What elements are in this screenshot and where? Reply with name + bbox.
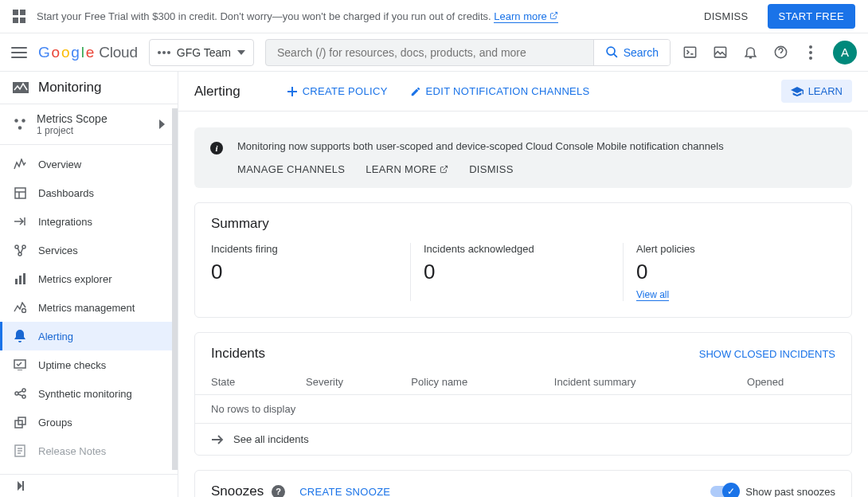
page-title: Alerting <box>194 84 240 100</box>
services-icon <box>13 243 27 257</box>
scope-icon <box>13 117 27 131</box>
sidebar-item-synthetic-monitoring[interactable]: Synthetic monitoring <box>0 379 178 408</box>
info-banner: i Monitoring now supports both user-scop… <box>194 127 852 188</box>
chevron-down-icon <box>237 50 245 55</box>
metrics-explorer-icon <box>13 272 27 286</box>
view-all-policies-link[interactable]: View all <box>636 289 669 301</box>
snoozes-card: Snoozes ? CREATE SNOOZE ✓ Show past snoo… <box>194 470 852 497</box>
search-icon <box>605 45 619 59</box>
manage-channels-button[interactable]: MANAGE CHANNELS <box>237 163 345 175</box>
promo-bar: Start your Free Trial with $300 in credi… <box>0 0 868 33</box>
snoozes-help-icon[interactable]: ? <box>272 485 285 498</box>
col-opened[interactable]: Opened <box>747 370 851 395</box>
bell-icon[interactable] <box>742 45 758 61</box>
sidebar-item-overview[interactable]: Overview <box>0 150 178 178</box>
svg-rect-1 <box>684 47 695 57</box>
svg-point-10 <box>18 126 22 130</box>
search-button[interactable]: Search <box>593 40 670 65</box>
banner-learn-more-button[interactable]: LEARN MORE <box>366 163 448 175</box>
avatar[interactable]: A <box>833 41 857 65</box>
learn-icon <box>791 87 803 96</box>
svg-rect-16 <box>19 276 22 284</box>
pencil-icon <box>410 86 421 97</box>
sidebar-title: Monitoring <box>0 72 178 104</box>
svg-point-8 <box>14 119 18 123</box>
bell-icon <box>13 329 27 343</box>
sidebar-item-metrics-management[interactable]: Metrics management <box>0 293 178 322</box>
summary-card: Summary Incidents firing 0 Incidents ack… <box>194 202 852 318</box>
incidents-table: State Severity Policy name Incident summ… <box>195 370 851 424</box>
snoozes-title: Snoozes <box>211 483 264 497</box>
create-policy-button[interactable]: CREATE POLICY <box>287 85 388 97</box>
sidebar-item-uptime-checks[interactable]: Uptime checks <box>0 350 178 379</box>
sidebar-item-integrations[interactable]: Integrations <box>0 207 178 236</box>
chevron-right-icon <box>159 119 165 129</box>
incidents-acknowledged-stat: Incidents acknowledged 0 <box>410 243 623 301</box>
cloud-shell-icon[interactable] <box>682 45 698 61</box>
summary-title: Summary <box>211 216 835 232</box>
sidebar-item-alerting[interactable]: Alerting <box>0 322 178 350</box>
top-bar: GoogleCloud GFG Team Search A <box>0 33 868 72</box>
col-incident-summary[interactable]: Incident summary <box>554 370 747 395</box>
arrow-right-icon <box>211 435 224 444</box>
svg-point-0 <box>607 47 615 55</box>
metrics-scope-selector[interactable]: Metrics Scope 1 project <box>0 104 178 145</box>
overview-icon <box>13 157 27 171</box>
svg-point-6 <box>809 57 812 60</box>
promo-learn-more-link[interactable]: Learn more <box>494 10 558 23</box>
project-selector[interactable]: GFG Team <box>149 39 254 66</box>
collapse-icon <box>13 481 24 491</box>
svg-rect-11 <box>15 188 25 198</box>
show-past-snoozes-label: Show past snoozes <box>745 486 835 498</box>
sidebar-collapse-button[interactable] <box>0 474 178 497</box>
scrollbar[interactable] <box>172 108 178 470</box>
top-icons: A <box>682 41 857 65</box>
groups-icon <box>13 415 27 429</box>
info-icon: i <box>210 142 223 155</box>
more-icon[interactable] <box>803 45 819 61</box>
image-icon[interactable] <box>712 45 728 61</box>
synthetic-icon <box>13 386 27 401</box>
learn-button[interactable]: LEARN <box>781 80 852 103</box>
sidebar-item-release-notes[interactable]: Release Notes <box>0 436 178 465</box>
svg-point-21 <box>22 389 25 392</box>
google-cloud-logo[interactable]: GoogleCloud <box>38 44 138 61</box>
svg-rect-17 <box>23 273 25 284</box>
svg-point-18 <box>22 309 26 313</box>
banner-message: Monitoring now supports both user-scoped… <box>237 140 724 152</box>
show-closed-incidents-button[interactable]: SHOW CLOSED INCIDENTS <box>699 348 835 360</box>
search-bar: Search <box>265 39 671 66</box>
sidebar-item-groups[interactable]: Groups <box>0 408 178 436</box>
create-snooze-button[interactable]: CREATE SNOOZE <box>299 486 390 498</box>
alert-policies-stat: Alert policies 0 View all <box>623 243 835 301</box>
hamburger-icon[interactable] <box>11 47 27 58</box>
promo-text: Start your Free Trial with $300 in credi… <box>37 10 694 22</box>
main-area: Alerting CREATE POLICY EDIT NOTIFICATION… <box>178 72 868 497</box>
sidebar-item-services[interactable]: Services <box>0 236 178 264</box>
dashboards-icon <box>13 186 27 200</box>
sidebar-item-metrics-explorer[interactable]: Metrics explorer <box>0 264 178 293</box>
col-policy-name[interactable]: Policy name <box>411 370 553 395</box>
svg-rect-15 <box>15 279 18 284</box>
incidents-card: Incidents SHOW CLOSED INCIDENTS State Se… <box>194 332 852 456</box>
start-free-button[interactable]: START FREE <box>768 4 855 29</box>
banner-dismiss-button[interactable]: DISMISS <box>469 163 514 175</box>
show-past-snoozes-toggle[interactable]: ✓ <box>710 486 737 497</box>
monitoring-icon <box>13 82 29 93</box>
search-input[interactable] <box>266 40 593 65</box>
help-icon[interactable] <box>772 45 788 61</box>
svg-point-22 <box>22 395 25 398</box>
svg-point-4 <box>809 45 812 49</box>
promo-dismiss-button[interactable]: DISMISS <box>704 10 749 22</box>
sidebar-item-dashboards[interactable]: Dashboards <box>0 178 178 207</box>
plus-icon <box>287 86 298 97</box>
edit-notification-channels-button[interactable]: EDIT NOTIFICATION CHANNELS <box>410 85 590 97</box>
col-state[interactable]: State <box>195 370 306 395</box>
svg-point-20 <box>15 392 18 395</box>
metrics-management-icon <box>13 300 27 315</box>
col-severity[interactable]: Severity <box>306 370 411 395</box>
integrations-icon <box>13 214 27 229</box>
project-name: GFG Team <box>177 46 231 59</box>
see-all-incidents-button[interactable]: See all incidents <box>195 424 851 455</box>
sidebar: Monitoring Metrics Scope 1 project Overv… <box>0 72 178 497</box>
